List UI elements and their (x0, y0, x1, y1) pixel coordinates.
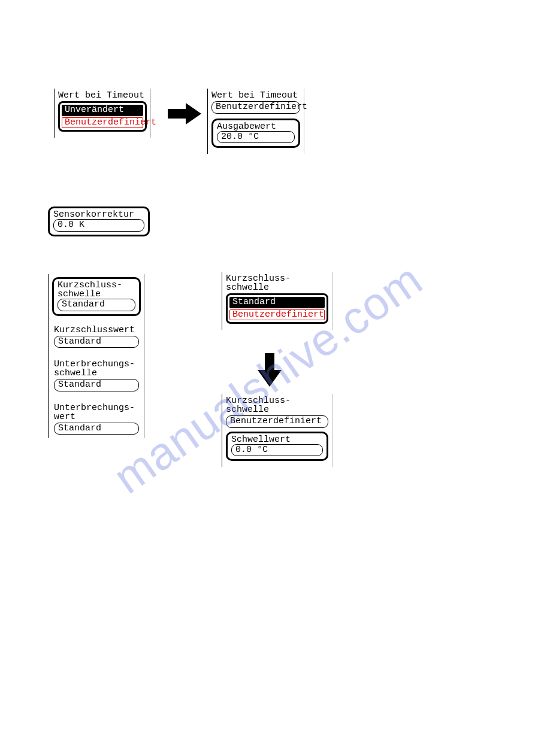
unter-wert-value[interactable]: Standard (54, 423, 139, 435)
left-column: Kurzschluss- schwelle Standard Kurzschlu… (48, 274, 145, 438)
sensor-group: Sensorkorrektur 0.0 K (48, 207, 150, 236)
kurz-result-title: Kurzschluss- schwelle (226, 396, 328, 414)
svg-marker-1 (258, 353, 282, 387)
timeout-menu-box[interactable]: Unverändert Benutzerdefiniert (58, 101, 147, 132)
arrow-down-icon (258, 353, 282, 387)
kurz-result-panel: Kurzschluss- schwelle Benutzerdefiniert … (222, 394, 333, 467)
kurz-menu-title: Kurzschluss- schwelle (226, 274, 328, 292)
timeout-row: Wert bei Timeout Unverändert Benutzerdef… (54, 89, 151, 138)
kurz-schwelle-label: Kurzschluss- schwelle (58, 281, 135, 299)
kurz-threshold-value[interactable]: 0.0 °C (231, 444, 323, 457)
timeout-result-value[interactable]: Benutzerdefiniert (211, 101, 300, 114)
timeout-output-group: Ausgabewert 20.0 °C (211, 119, 300, 148)
timeout-menu-title: Wert bei Timeout (58, 91, 147, 100)
unter-schwelle-block: Unterbrechungs- schwelle Standard (52, 360, 141, 391)
kurz-threshold-group: Schwellwert 0.0 °C (226, 432, 328, 462)
kurz-wert-value[interactable]: Standard (54, 336, 139, 348)
kurz-menu-panel: Kurzschluss- schwelle Standard Benutzerd… (222, 272, 333, 330)
sensor-label: Sensorkorrektur (53, 210, 144, 219)
kurz-result-value[interactable]: Benutzerdefiniert (226, 415, 328, 428)
left-col-panel: Kurzschluss- schwelle Standard Kurzschlu… (48, 274, 145, 438)
timeout-result-panel: Wert bei Timeout Benutzerdefiniert Ausga… (207, 89, 304, 154)
kurz-result-area: Kurzschluss- schwelle Benutzerdefiniert … (222, 394, 333, 467)
kurz-threshold-label: Schwellwert (231, 435, 323, 444)
kurz-schwelle-value[interactable]: Standard (58, 299, 135, 311)
unter-wert-block: Unterbrechungs- wert Standard (52, 403, 141, 435)
timeout-output-label: Ausgabewert (217, 122, 295, 131)
kurz-menu-box[interactable]: Standard Benutzerdefiniert (226, 293, 328, 324)
kurz-menu-area: Kurzschluss- schwelle Standard Benutzerd… (222, 272, 333, 330)
timeout-output-value[interactable]: 20.0 °C (217, 131, 295, 144)
kurz-wert-block: Kurzschlusswert Standard (52, 326, 141, 348)
sensor-value[interactable]: 0.0 K (53, 219, 144, 232)
svg-marker-0 (168, 103, 201, 125)
unter-wert-label: Unterbrechungs- wert (54, 403, 139, 421)
unter-schwelle-value[interactable]: Standard (54, 379, 139, 391)
timeout-result-title: Wert bei Timeout (211, 91, 300, 100)
unter-schwelle-label: Unterbrechungs- schwelle (54, 360, 139, 378)
sensor-panel-wrap: Sensorkorrektur 0.0 K (48, 206, 150, 236)
timeout-menu-panel: Wert bei Timeout Unverändert Benutzerdef… (54, 89, 151, 138)
kurz-wert-label: Kurzschlusswert (54, 326, 139, 335)
kurz-schwelle-group: Kurzschluss- schwelle Standard (52, 277, 141, 316)
timeout-option-unchanged[interactable]: Unverändert (62, 105, 143, 116)
timeout-result-area: Wert bei Timeout Benutzerdefiniert Ausga… (207, 89, 304, 154)
kurz-option-userdef[interactable]: Benutzerdefiniert (229, 309, 325, 321)
kurz-option-standard[interactable]: Standard (229, 297, 325, 308)
arrow-right-icon (168, 103, 201, 125)
timeout-option-userdef[interactable]: Benutzerdefiniert (62, 117, 143, 129)
